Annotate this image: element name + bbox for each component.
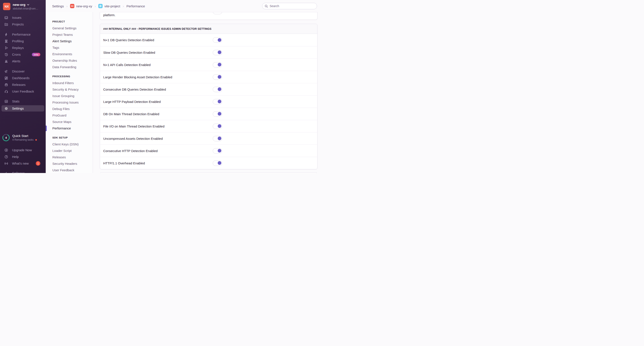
- sidebar-item-discover[interactable]: Discover: [0, 68, 46, 75]
- gear-icon: [4, 107, 8, 110]
- subnav-item-general-settings[interactable]: General Settings: [52, 25, 93, 32]
- sidebar-item-replays[interactable]: Replays: [0, 45, 46, 51]
- toggle[interactable]: [213, 12, 222, 14]
- subnav-heading: PROCESSING: [52, 75, 93, 78]
- scrolled-panel-partial: platform.: [100, 12, 318, 20]
- subnav-item-security-privacy[interactable]: Security & Privacy: [52, 86, 93, 93]
- toggle[interactable]: [213, 37, 222, 43]
- toggle[interactable]: [213, 74, 222, 80]
- subnav-item-tags[interactable]: Tags: [52, 45, 93, 51]
- panel-title: ### INTERNAL ONLY ### - PERFORMANCE ISSU…: [100, 24, 317, 34]
- search-input[interactable]: [270, 4, 313, 8]
- sidebar-item-label: Crons: [12, 53, 21, 56]
- breadcrumb-project[interactable]: vite-project: [98, 4, 120, 8]
- sidebar-item-upgrade-now[interactable]: Upgrade Now: [0, 147, 46, 153]
- breadcrumb-settings[interactable]: Settings: [52, 4, 64, 8]
- sidebar-item-dashboards[interactable]: Dashboards: [0, 75, 46, 81]
- detector-settings-panel: ### INTERNAL ONLY ### - PERFORMANCE ISSU…: [100, 24, 318, 169]
- subnav-item-source-maps[interactable]: Source Maps: [52, 119, 93, 125]
- toggle[interactable]: [213, 124, 222, 129]
- toggle[interactable]: [213, 62, 222, 68]
- broadcast-icon: [4, 162, 8, 165]
- quick-start-title: Quick Start: [12, 134, 37, 138]
- sidebar-item-projects[interactable]: Projects: [0, 21, 46, 28]
- subnav-item-loader-script[interactable]: Loader Script: [52, 148, 93, 154]
- subnav-heading: PROJECT: [52, 20, 93, 23]
- breadcrumb-separator: ›: [66, 4, 68, 8]
- chevron-down-icon: [27, 4, 29, 6]
- setting-row-large-render-blocking-asset: Large Render Blocking Asset Detection En…: [100, 71, 317, 83]
- user-email: abdullah.khan@sen…: [13, 7, 38, 10]
- headset-icon: [4, 90, 8, 93]
- top-bar: Settings › NX new-org-xy ›: [46, 0, 322, 12]
- breadcrumb-separator: ›: [94, 4, 96, 8]
- subnav-item-inbound-filters[interactable]: Inbound Filters: [52, 80, 93, 86]
- setting-row-consecutive-http: Consecutive HTTP Detection Enabled: [100, 145, 317, 157]
- toggle[interactable]: [213, 87, 222, 92]
- subnav-item-issue-grouping[interactable]: Issue Grouping: [52, 93, 93, 99]
- subnav-group-project: PROJECT General Settings Project Teams A…: [52, 20, 93, 70]
- subnav-item-data-forwarding[interactable]: Data Forwarding: [52, 64, 93, 70]
- breadcrumb-organization[interactable]: NX new-org-xy: [70, 4, 92, 8]
- sidebar-item-releases[interactable]: Releases: [0, 81, 46, 88]
- toggle[interactable]: [213, 50, 222, 55]
- org-switcher[interactable]: NX new-org abdullah.khan@sen…: [0, 0, 46, 10]
- sidebar-item-label: Profiling: [12, 39, 24, 43]
- notification-dot: [35, 139, 37, 141]
- toggle[interactable]: [213, 148, 222, 154]
- sidebar-item-label: Settings: [12, 107, 24, 110]
- settings-content: platform. ### INTERNAL ONLY ### - PERFOR…: [93, 12, 322, 173]
- subnav-item-security-headers[interactable]: Security Headers: [52, 160, 93, 167]
- sidebar-item-help[interactable]: Help: [0, 153, 46, 160]
- sidebar-item-alerts[interactable]: Alerts: [0, 58, 46, 65]
- sidebar-item-settings[interactable]: Settings: [2, 105, 44, 112]
- subnav-item-proguard[interactable]: ProGuard: [52, 112, 93, 119]
- sidebar-item-label: Alerts: [12, 59, 20, 63]
- subnav-item-ownership-rules[interactable]: Ownership Rules: [52, 57, 93, 64]
- setting-row-n1-db-queries: N+1 DB Queries Detection Enabled: [100, 34, 317, 46]
- breadcrumb-performance[interactable]: Performance: [126, 4, 145, 8]
- setting-row-slow-db-queries: Slow DB Queries Detection Enabled: [100, 46, 317, 59]
- setting-row-consecutive-db-queries: Consecutive DB Queries Detection Enabled: [100, 83, 317, 95]
- setting-row-large-http-payload: Large HTTP Payload Detection Enabled: [100, 95, 317, 108]
- sidebar-item-label: Releases: [12, 83, 26, 87]
- quick-start-subtitle: 4 Remaining tasks: [12, 138, 34, 141]
- siren-icon: [4, 59, 8, 63]
- subnav-item-debug-files[interactable]: Debug Files: [52, 106, 93, 112]
- sidebar-item-label: Replays: [12, 46, 24, 50]
- toggle[interactable]: [213, 160, 222, 166]
- toggle[interactable]: [213, 99, 222, 104]
- sidebar-item-stats[interactable]: Stats: [0, 98, 46, 105]
- breadcrumb: Settings › NX new-org-xy ›: [52, 4, 145, 8]
- sidebar-item-issues[interactable]: Issues: [0, 14, 46, 21]
- subnav-item-alert-settings[interactable]: Alert Settings: [52, 38, 93, 45]
- subnav-item-releases[interactable]: Releases: [52, 154, 93, 160]
- subnav-item-performance[interactable]: Performance: [52, 125, 93, 132]
- whats-new-badge: 1: [36, 161, 40, 166]
- subnav-heading: SDK SETUP: [52, 136, 93, 139]
- issues-icon: [4, 16, 8, 20]
- sidebar-item-performance[interactable]: Performance: [0, 31, 46, 38]
- subnav-item-user-feedback[interactable]: User Feedback: [52, 167, 93, 173]
- subnav-item-environments[interactable]: Environments: [52, 51, 93, 57]
- toggle[interactable]: [213, 111, 222, 117]
- sidebar-item-user-feedback[interactable]: User Feedback: [0, 88, 46, 95]
- sidebar-item-profiling[interactable]: Profiling: [0, 38, 46, 45]
- quick-start-widget[interactable]: 4 Quick Start 4 Remaining tasks: [2, 134, 37, 142]
- subnav-group-sdk-setup: SDK SETUP Client Keys (DSN) Loader Scrip…: [52, 136, 93, 173]
- toggle[interactable]: [213, 136, 222, 141]
- sidebar-item-whats-new[interactable]: What's new 1: [0, 160, 46, 167]
- sidebar-collapse-button[interactable]: Collapse: [0, 170, 46, 173]
- search-box[interactable]: [262, 3, 317, 9]
- sidebar-item-label: Discover: [12, 70, 24, 73]
- panel-description-tail: platform.: [103, 13, 115, 17]
- subnav-item-project-teams[interactable]: Project Teams: [52, 32, 93, 38]
- sidebar-item-crons[interactable]: Crons beta: [0, 51, 46, 58]
- subnav-item-client-keys[interactable]: Client Keys (DSN): [52, 141, 93, 148]
- projects-icon: [4, 23, 8, 26]
- beta-badge: beta: [32, 53, 40, 56]
- subnav-item-processing-issues[interactable]: Processing Issues: [52, 99, 93, 106]
- quick-start-progress-ring: 4: [2, 134, 10, 142]
- next-panel-partial: [100, 172, 318, 173]
- sidebar-footer: Upgrade Now Help What's new 1 Collapse: [0, 147, 46, 173]
